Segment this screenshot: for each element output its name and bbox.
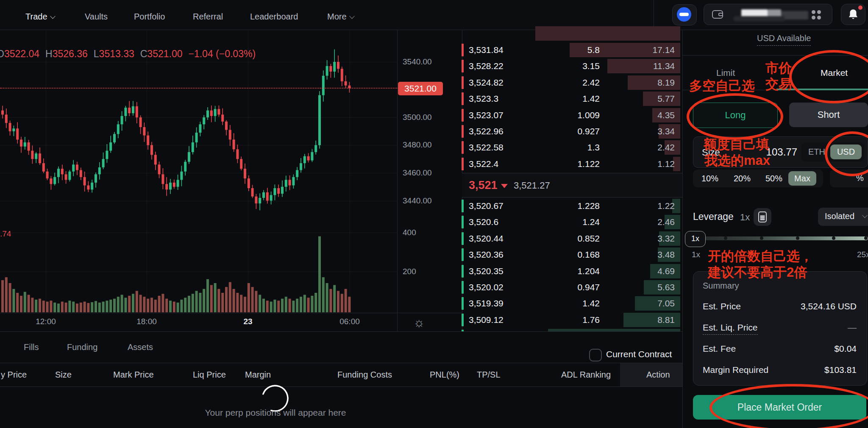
book-total: 3.32: [657, 231, 675, 247]
order-book-row-ask[interactable]: 3,524.822.428.19: [462, 75, 682, 91]
book-price: 3,519.39: [469, 295, 504, 311]
book-total: 2.46: [657, 214, 675, 230]
book-size: 1.42: [582, 295, 600, 311]
order-book-row-ask[interactable]: 3,528.223.1511.34: [462, 58, 682, 74]
leverage-calc-button[interactable]: [754, 208, 771, 226]
tab-limit[interactable]: Limit: [716, 68, 735, 78]
pct-button-max[interactable]: Max: [788, 171, 816, 186]
summary-value: $103.81: [824, 365, 857, 375]
unit-toggle: ETH USD: [801, 142, 864, 161]
leverage-slider-handle[interactable]: 1x: [685, 231, 706, 247]
apps-grid-icon[interactable]: [811, 9, 822, 20]
mark-price: 3,521.27: [514, 180, 550, 191]
order-book-row-ask[interactable]: 3,522.581.32.42: [462, 139, 682, 156]
tab-funding[interactable]: Funding: [67, 331, 97, 363]
book-total: 3.34: [657, 123, 675, 139]
order-book-row-bid[interactable]: 3,520.671.2281.22: [462, 198, 682, 214]
order-book-row-ask[interactable]: 3,522.960.9273.34: [462, 123, 682, 139]
ask-tick: [462, 76, 464, 89]
book-size: 1.3: [587, 139, 600, 156]
ask-tick: [462, 109, 464, 122]
order-book-row-bid[interactable]: 3,509.121.768.81: [462, 312, 682, 328]
order-book-row-bid[interactable]: 3,520.351.2044.69: [462, 263, 682, 279]
unit-usd[interactable]: USD: [830, 145, 862, 159]
order-book-row-bid[interactable]: 3,519.391.427.05: [462, 295, 682, 311]
book-size: 1.24: [582, 214, 600, 230]
summary-value: 3,524.16 USD: [801, 301, 857, 311]
mid-price: 3,521: [469, 179, 498, 192]
book-size: 0.927: [577, 123, 600, 139]
order-book-row-bid[interactable]: 3,520.440.8523.32: [462, 231, 682, 247]
summary-label: Est. Fee: [703, 344, 736, 354]
slider-dot: [796, 236, 799, 240]
summary-row: Est. Liq. Price—: [703, 322, 857, 334]
current-contract-toggle[interactable]: Current Contract: [589, 348, 682, 361]
annotation-text: 开的倍数自己选，: [708, 247, 813, 265]
book-price: 3,523.07: [469, 107, 504, 123]
column-header: Mark Price: [113, 363, 154, 386]
size-field[interactable]: Size 103.77 ETH USD: [693, 136, 868, 168]
summary-value: $0.04: [834, 344, 857, 354]
positions-table-header: y PriceSizeMark PriceLiq PriceMarginFund…: [0, 363, 682, 386]
order-book-row-ask[interactable]: 3,522.41.1221.12: [462, 156, 682, 172]
percent-sign: %: [856, 173, 864, 183]
checkbox[interactable]: [589, 349, 602, 361]
margin-mode-label: Isolated: [825, 211, 854, 221]
book-price: 3,520.02: [469, 279, 504, 295]
tab-market[interactable]: Market: [821, 68, 848, 78]
pct-button-20pct[interactable]: 20%: [734, 170, 751, 187]
margin-mode-select[interactable]: Isolated: [818, 208, 868, 226]
size-value[interactable]: 103.77: [766, 146, 797, 158]
calculator-icon: [758, 211, 767, 222]
unit-eth[interactable]: ETH: [808, 147, 825, 157]
percent-input-box[interactable]: %: [830, 170, 868, 187]
book-total: 8.19: [657, 75, 675, 91]
book-price: 3,509.12: [469, 312, 504, 328]
pct-button-10pct[interactable]: 10%: [701, 170, 718, 187]
book-size: 1.009: [577, 107, 600, 123]
slider-dot: [760, 236, 763, 240]
book-size: 0.168: [577, 247, 600, 263]
leverage-slider-track[interactable]: [695, 236, 868, 240]
column-header: Liq Price: [193, 363, 226, 386]
summary-card: Summary Est. Price3,524.16 USDEst. Liq. …: [693, 271, 867, 386]
tab-fills[interactable]: Fills: [24, 331, 39, 363]
book-total: 5.77: [657, 91, 675, 107]
slider-dot: [864, 236, 868, 240]
summary-row: Est. Price3,524.16 USD: [703, 301, 857, 312]
book-price: 3,522.58: [469, 139, 504, 156]
order-book-row-bid[interactable]: 3,520.61.242.46: [462, 214, 682, 230]
place-order-button[interactable]: Place Market Order: [693, 395, 866, 420]
summary-row: Est. Fee$0.04: [703, 344, 857, 355]
column-header: Action: [646, 363, 670, 386]
order-book-row-bid[interactable]: 3,520.360.1683.48: [462, 247, 682, 263]
column-header: ADL Ranking: [561, 363, 611, 386]
book-price: 3,524.82: [469, 75, 504, 91]
order-book-row-ask[interactable]: 3,531.845.817.14: [462, 42, 682, 58]
summary-label[interactable]: Est. Liq. Price: [703, 322, 758, 335]
long-label: Long: [725, 110, 746, 120]
order-book-row-ask[interactable]: 3,523.31.425.77: [462, 91, 682, 107]
bid-tick: [462, 265, 464, 278]
book-size: 3.15: [582, 58, 600, 74]
orderbook-mid-row: 3,521 3,521.27: [462, 173, 682, 197]
order-book-row-ask-clipped: [462, 25, 682, 42]
short-button[interactable]: Short: [789, 103, 868, 127]
book-total: 7.05: [657, 295, 675, 311]
bell-icon: [848, 8, 859, 20]
long-button[interactable]: Long: [693, 103, 778, 128]
pct-button-50pct[interactable]: 50%: [765, 170, 782, 187]
notifications-button[interactable]: [841, 4, 865, 25]
book-total: 8.81: [657, 312, 675, 328]
wallet-pill[interactable]: [704, 4, 832, 25]
order-book-row-bid[interactable]: 3,520.020.9475.63: [462, 279, 682, 295]
usd-available-label[interactable]: USD Available: [757, 33, 811, 46]
depth-bar: [535, 26, 680, 41]
column-header: PNL(%): [430, 363, 459, 386]
annotation-text: 多空自己选: [689, 77, 755, 95]
slider-handle-label: 1x: [691, 234, 699, 243]
order-book-row-ask[interactable]: 3,523.071.0094.35: [462, 107, 682, 123]
tab-assets[interactable]: Assets: [128, 331, 153, 363]
book-size: 2.42: [582, 75, 600, 91]
short-label: Short: [818, 109, 840, 120]
